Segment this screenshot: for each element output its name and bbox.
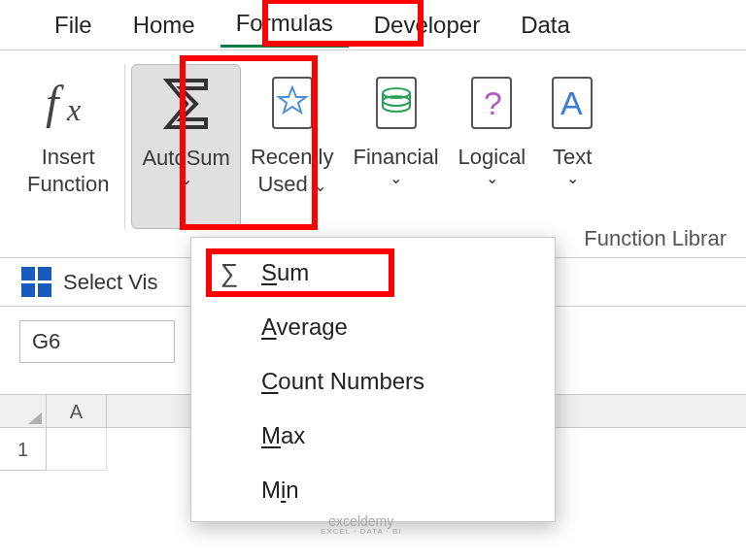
select-visible-cells-icon[interactable]	[21, 267, 51, 297]
svg-text:?: ?	[484, 84, 502, 121]
tab-formulas[interactable]: Formulas	[220, 2, 349, 48]
max-rest: ax	[281, 422, 305, 448]
row-header-1[interactable]: 1	[0, 428, 47, 471]
function-library-group-label: Function Librar	[584, 226, 727, 251]
ribbon-tabs: File Home Formulas Developer Data	[0, 0, 746, 50]
menu-item-min[interactable]: Min	[191, 463, 555, 517]
column-header-a[interactable]: A	[47, 395, 107, 427]
insert-function-button[interactable]: f x Insert Function	[17, 64, 119, 229]
autosum-button[interactable]: AutoSum ⌄	[131, 64, 241, 229]
financial-label: Financial	[353, 144, 438, 171]
recently-used-button[interactable]: Recently Used ⌄	[241, 64, 344, 229]
min-rest: n	[286, 477, 298, 503]
name-box[interactable]: G6	[19, 320, 175, 363]
svg-text:f: f	[46, 77, 64, 128]
recently-label-1: Recently	[251, 144, 334, 171]
chevron-down-icon: ⌄	[353, 169, 438, 188]
cell-a1[interactable]	[47, 428, 107, 471]
ribbon-formulas: f x Insert Function AutoSum ⌄ Re	[0, 50, 746, 258]
exceldemy-watermark: exceldemy EXCEL · DATA · BI	[321, 514, 402, 536]
text-label: Text	[553, 144, 592, 171]
financial-icon	[369, 68, 424, 138]
logical-label: Logical	[458, 144, 526, 171]
ribbon-separator	[124, 64, 125, 229]
menu-item-max[interactable]: Max	[191, 409, 555, 463]
tab-home[interactable]: Home	[118, 4, 211, 47]
select-visible-label[interactable]: Select Vis	[63, 270, 157, 295]
tab-file[interactable]: File	[39, 4, 108, 47]
recently-label-2: Used	[257, 172, 307, 196]
count-rest: ount Numbers	[278, 368, 424, 394]
sigma-icon	[157, 69, 216, 139]
avg-rest: verage	[277, 313, 348, 340]
letter-a-icon: A	[545, 68, 599, 138]
menu-item-sum[interactable]: ∑ Sum	[191, 246, 555, 300]
chevron-down-icon: ⌄	[553, 169, 592, 188]
chevron-down-icon: ⌄	[314, 178, 326, 194]
sum-rest: um	[277, 259, 309, 285]
svg-text:A: A	[560, 84, 583, 121]
text-button[interactable]: A Text ⌄	[535, 64, 609, 229]
insert-function-label-1: Insert	[27, 144, 109, 171]
logical-button[interactable]: ? Logical ⌄	[449, 64, 536, 229]
tab-data[interactable]: Data	[505, 4, 586, 47]
chevron-down-icon: ⌄	[458, 169, 526, 188]
financial-button[interactable]: Financial ⌄	[343, 64, 448, 229]
question-icon: ?	[464, 68, 519, 138]
autosum-label: AutoSum	[142, 145, 230, 172]
fx-icon: f x	[34, 68, 102, 138]
menu-item-count[interactable]: Count Numbers	[191, 354, 555, 409]
tab-developer[interactable]: Developer	[358, 4, 495, 47]
sigma-small-icon: ∑	[215, 258, 244, 288]
svg-text:x: x	[66, 92, 81, 127]
insert-function-label-2: Function	[27, 171, 109, 198]
autosum-dropdown: ∑ Sum Average Count Numbers Max Min	[190, 237, 556, 522]
menu-item-average[interactable]: Average	[191, 300, 555, 354]
select-all-corner[interactable]	[0, 395, 47, 427]
chevron-down-icon: ⌄	[142, 170, 230, 189]
star-icon	[265, 68, 320, 138]
